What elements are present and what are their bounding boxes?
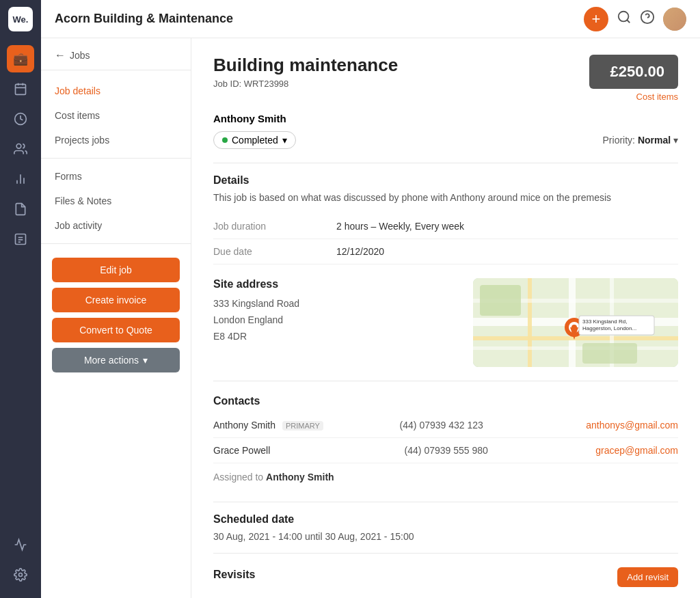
assigned-value: Anthony Smith (266, 472, 334, 483)
cost-amount: £250.00 (603, 63, 664, 81)
add-revisit-button[interactable]: Add revisit (617, 567, 678, 587)
edit-job-button[interactable]: Edit job (52, 258, 180, 282)
svg-text:Haggerston, London...: Haggerston, London... (582, 325, 636, 331)
site-address: Site address 333 Kingsland Road London E… (213, 278, 457, 367)
avatar[interactable] (663, 8, 686, 31)
nav-item-files-notes[interactable]: Files & Notes (41, 189, 191, 213)
sidebar-item-analytics[interactable] (7, 531, 34, 558)
scheduled-date: 30 Aug, 2021 - 14:00 until 30 Aug, 2021 … (213, 531, 678, 542)
col-assigned: ASSIGNED TO (489, 595, 619, 598)
main-content: Building maintenance Job ID: WRT23998 £2… (191, 38, 700, 598)
revisits-section: Revisits Add revisit DATE DURATION ASSIG… (213, 567, 678, 598)
chevron-down-icon: ▾ (143, 355, 148, 366)
app-logo: We. (8, 7, 33, 31)
contact-phone-2: (44) 07939 555 980 (405, 445, 596, 456)
sidebar-item-contacts[interactable] (7, 135, 34, 163)
contact-name-2: Grace Powell (213, 445, 405, 456)
svg-rect-22 (528, 278, 532, 367)
sidebar-item-invoices[interactable] (7, 195, 34, 223)
assigned-row: Assigned to Anthony Smith (213, 463, 678, 491)
create-invoice-button[interactable]: Create invoice (52, 288, 180, 312)
left-nav: ← Jobs Job details Cost items Projects j… (41, 38, 191, 598)
svg-text:333 Kingsland Rd,: 333 Kingsland Rd, (582, 318, 627, 325)
priority-label: Priority: Normal ▾ (603, 135, 678, 146)
job-id: Job ID: WRT23998 (213, 79, 398, 89)
col-duration: DURATION (391, 595, 489, 598)
site-address-title: Site address (213, 278, 457, 290)
sidebar-item-reports[interactable] (7, 165, 34, 193)
contact-email-2[interactable]: gracep@gmail.com (595, 445, 678, 456)
back-link[interactable]: ← Jobs (41, 49, 191, 70)
nav-item-forms[interactable]: Forms (41, 164, 191, 189)
svg-rect-0 (16, 84, 26, 94)
svg-rect-21 (473, 336, 678, 340)
status-row: Completed ▾ Priority: Normal ▾ (213, 131, 678, 149)
revisits-title: Revisits (213, 569, 255, 581)
help-icon[interactable] (640, 10, 655, 28)
nav-item-job-activity[interactable]: Job activity (41, 213, 191, 238)
cost-items-link[interactable]: Cost items (636, 92, 678, 102)
priority-chevron-icon: ▾ (673, 135, 678, 146)
svg-point-5 (16, 144, 21, 149)
address-line2: London England (213, 312, 457, 329)
col-date: DATE (213, 595, 391, 598)
svg-point-14 (619, 12, 629, 22)
contact-name-1: Anthony Smith PRIMARY (213, 420, 400, 431)
svg-line-15 (627, 20, 630, 23)
status-dot (222, 137, 228, 143)
icon-sidebar: We. 💼 (0, 0, 41, 598)
svg-rect-26 (480, 285, 521, 316)
nav-item-job-details[interactable]: Job details (41, 79, 191, 103)
sidebar-item-quotes[interactable] (7, 226, 34, 253)
sidebar-item-jobs[interactable]: 💼 (7, 45, 34, 72)
revisits-header: Revisits Add revisit (213, 567, 678, 587)
site-section: Site address 333 Kingsland Road London E… (213, 278, 678, 367)
sidebar-item-time[interactable] (7, 105, 34, 133)
svg-rect-25 (473, 346, 678, 350)
header-actions: + (584, 7, 686, 31)
assignee-name: Anthony Smith (213, 113, 678, 124)
site-map: 333 Kingsland Rd, Haggerston, London... (473, 278, 678, 367)
job-header: Building maintenance Job ID: WRT23998 £2… (213, 55, 678, 102)
cost-box: £250.00 (589, 55, 678, 89)
sidebar-item-calendar[interactable] (7, 75, 34, 103)
convert-to-quote-button[interactable]: Convert to Quote (52, 318, 180, 342)
primary-badge: PRIMARY (282, 421, 323, 431)
address-line1: 333 Kingsland Road (213, 296, 457, 312)
sidebar-item-settings[interactable] (7, 561, 34, 588)
address-line3: E8 4DR (213, 329, 457, 345)
job-duration-label: Job duration (213, 214, 336, 239)
nav-item-projects-jobs[interactable]: Projects jobs (41, 128, 191, 152)
scheduled-section: Scheduled date 30 Aug, 2021 - 14:00 unti… (213, 513, 678, 542)
info-grid: Job duration 2 hours – Weekly, Every wee… (213, 214, 678, 264)
scheduled-title: Scheduled date (213, 513, 678, 526)
contact-phone-1: (44) 07939 432 123 (400, 420, 587, 431)
due-date-label: Due date (213, 239, 336, 264)
more-actions-button[interactable]: More actions ▾ (52, 348, 180, 372)
status-chevron-icon: ▾ (282, 135, 287, 146)
status-label: Completed (232, 135, 278, 146)
job-duration-value: 2 hours – Weekly, Every week (336, 214, 678, 239)
details-description: This job is based on what was discussed … (213, 192, 678, 203)
details-section-title: Details (213, 174, 678, 187)
contacts-section: Contacts Anthony Smith PRIMARY (44) 0793… (213, 395, 678, 463)
revisits-table: DATE DURATION ASSIGNED TO 21/01/21 09:00… (213, 595, 678, 598)
add-button[interactable]: + (584, 7, 608, 31)
top-header: Acorn Building & Maintenance + (41, 0, 700, 38)
app-title: Acorn Building & Maintenance (55, 12, 584, 26)
svg-rect-27 (582, 343, 637, 364)
contact-row: Anthony Smith PRIMARY (44) 07939 432 123… (213, 413, 678, 438)
svg-point-13 (19, 573, 23, 577)
due-date-value: 12/12/2020 (336, 239, 678, 264)
contact-row-2: Grace Powell (44) 07939 555 980 gracep@g… (213, 438, 678, 463)
nav-item-cost-items[interactable]: Cost items (41, 103, 191, 128)
status-badge[interactable]: Completed ▾ (213, 131, 296, 149)
search-icon[interactable] (617, 10, 632, 28)
job-title: Building maintenance (213, 55, 398, 76)
contacts-title: Contacts (213, 395, 678, 407)
back-arrow-icon: ← (55, 49, 66, 62)
contact-email-1[interactable]: anthonys@gmail.com (586, 420, 678, 431)
back-link-label: Jobs (70, 50, 90, 61)
